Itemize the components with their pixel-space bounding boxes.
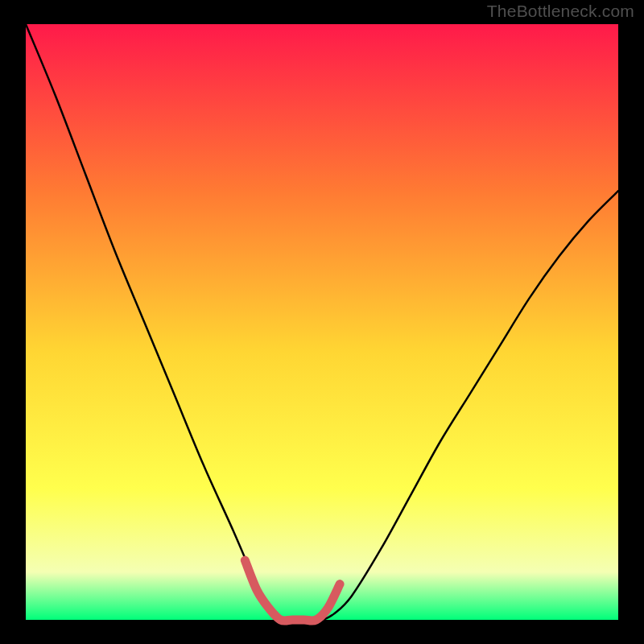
plot-background [26, 24, 618, 620]
chart-svg [0, 0, 644, 644]
chart-frame: TheBottleneck.com [0, 0, 644, 644]
watermark-text: TheBottleneck.com [487, 2, 634, 21]
